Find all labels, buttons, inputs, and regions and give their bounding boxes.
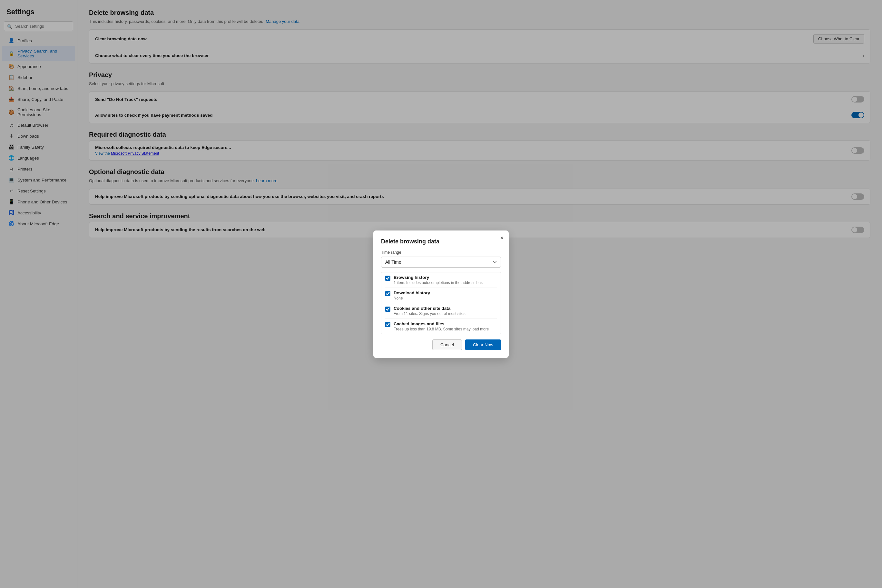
checkbox-label-0: Browsing history bbox=[394, 275, 483, 280]
checkbox-0[interactable] bbox=[385, 276, 390, 281]
modal-buttons: Cancel Clear Now bbox=[381, 339, 501, 350]
clear-now-button[interactable]: Clear Now bbox=[465, 339, 501, 350]
checkbox-text-0: Browsing history 1 item. Includes autoco… bbox=[394, 275, 483, 285]
modal-checkboxes-list: Browsing history 1 item. Includes autoco… bbox=[381, 272, 501, 334]
modal-close-button[interactable]: × bbox=[500, 235, 504, 241]
checkbox-desc-3: Frees up less than 19.8 MB. Some sites m… bbox=[394, 327, 489, 332]
checkbox-item-2: Cookies and other site data From 11 site… bbox=[385, 303, 497, 319]
checkbox-item-1: Download history None bbox=[385, 288, 497, 303]
checkbox-label-2: Cookies and other site data bbox=[394, 306, 466, 311]
modal-title: Delete browsing data bbox=[381, 238, 501, 245]
time-range-select[interactable]: Last hourLast 24 hoursLast 7 daysLast 4 … bbox=[381, 256, 501, 268]
checkbox-text-1: Download history None bbox=[394, 291, 430, 300]
checkbox-3[interactable] bbox=[385, 322, 390, 327]
checkbox-label-3: Cached images and files bbox=[394, 321, 489, 326]
checkbox-desc-0: 1 item. Includes autocompletions in the … bbox=[394, 280, 483, 285]
checkbox-label-1: Download history bbox=[394, 291, 430, 295]
checkbox-desc-2: From 11 sites. Signs you out of most sit… bbox=[394, 311, 466, 316]
checkbox-text-2: Cookies and other site data From 11 site… bbox=[394, 306, 466, 316]
checkbox-1[interactable] bbox=[385, 291, 390, 296]
modal-overlay[interactable]: Delete browsing data × Time range Last h… bbox=[0, 0, 882, 588]
checkbox-text-3: Cached images and files Frees up less th… bbox=[394, 321, 489, 332]
cancel-button[interactable]: Cancel bbox=[432, 339, 462, 350]
checkbox-item-0: Browsing history 1 item. Includes autoco… bbox=[385, 272, 497, 288]
time-range-label: Time range bbox=[381, 250, 501, 255]
delete-browsing-modal: Delete browsing data × Time range Last h… bbox=[373, 231, 509, 358]
checkbox-item-3: Cached images and files Frees up less th… bbox=[385, 319, 497, 334]
checkbox-desc-1: None bbox=[394, 296, 430, 300]
checkbox-2[interactable] bbox=[385, 307, 390, 312]
